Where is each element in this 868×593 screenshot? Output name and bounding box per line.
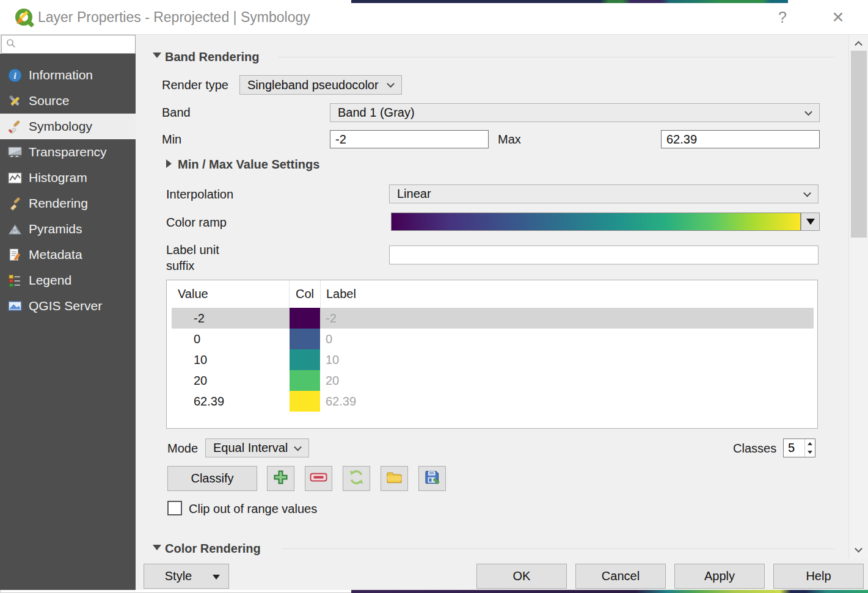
clip-out-of-range-label: Clip out of range values: [189, 502, 317, 516]
sidebar-item-metadata[interactable]: Metadata: [0, 242, 136, 267]
dropdown-arrow-icon: [806, 219, 815, 225]
table-row[interactable]: 10 10: [167, 349, 817, 370]
dropdown-arrow-icon: [213, 575, 220, 580]
render-type-label: Render type: [162, 78, 228, 92]
sidebar-item-information[interactable]: i Information: [0, 62, 136, 88]
cancel-button[interactable]: Cancel: [575, 564, 666, 589]
classification-table[interactable]: Value Col Label -2 -2 0 0 10 10 20 20 62…: [166, 280, 818, 429]
sidebar-item-symbology[interactable]: Symbology: [0, 114, 136, 139]
collapse-color-rendering-icon[interactable]: [153, 545, 161, 550]
search-input[interactable]: [20, 39, 129, 50]
sidebar-item-source[interactable]: Source: [0, 88, 136, 114]
sidebar-item-legend[interactable]: Legend: [0, 267, 136, 293]
classes-spinner[interactable]: 5: [783, 438, 815, 457]
classes-value[interactable]: 5: [784, 439, 804, 457]
row-value[interactable]: 20: [194, 370, 207, 391]
column-divider: [320, 280, 321, 308]
sidebar-item-pyramids[interactable]: Pyramids: [0, 216, 136, 242]
row-color-swatch[interactable]: [290, 391, 320, 412]
row-value[interactable]: 10: [194, 349, 207, 370]
help-button[interactable]: Help: [773, 564, 864, 589]
max-label: Max: [498, 133, 521, 147]
load-default-values-button[interactable]: [343, 466, 370, 491]
mode-select[interactable]: Equal Interval: [205, 438, 309, 457]
interpolation-label: Interpolation: [166, 187, 233, 202]
collapse-minmax-icon[interactable]: [166, 159, 172, 168]
table-row[interactable]: -2 -2: [167, 308, 817, 329]
column-header-label[interactable]: Label: [326, 280, 356, 308]
interpolation-select[interactable]: Linear: [389, 184, 819, 203]
sidebar-search[interactable]: [1, 35, 136, 54]
row-color-swatch[interactable]: [290, 329, 320, 349]
add-plus-icon: [272, 469, 289, 488]
scrollbar-thumb[interactable]: [851, 51, 867, 238]
collapse-band-rendering-icon[interactable]: [153, 53, 161, 58]
mode-label: Mode: [167, 442, 198, 456]
classes-label: Classes: [733, 442, 776, 456]
load-folder-icon: [386, 470, 403, 487]
row-color-swatch[interactable]: [290, 349, 320, 370]
minmax-section-title[interactable]: Min / Max Value Settings: [178, 158, 319, 172]
sidebar-item-label: Information: [29, 68, 93, 82]
chevron-down-icon: [387, 80, 395, 88]
table-row[interactable]: 0 0: [167, 329, 817, 349]
spinner-up-button[interactable]: [805, 439, 815, 448]
style-menu-button[interactable]: Style: [144, 564, 229, 589]
table-row[interactable]: 62.39 62.39: [167, 391, 817, 412]
color-ramp-dropdown-button[interactable]: [801, 213, 820, 231]
mode-value: Equal Interval: [213, 441, 288, 455]
add-value-button[interactable]: [267, 466, 294, 491]
sidebar-nav: i Information Source Symbology Transpare…: [0, 54, 136, 590]
row-label[interactable]: -2: [326, 308, 337, 329]
spinner-down-button[interactable]: [805, 448, 815, 457]
classify-button[interactable]: Classify: [167, 466, 257, 491]
row-color-swatch[interactable]: [290, 370, 320, 391]
render-type-select[interactable]: Singleband pseudocolor: [239, 75, 402, 95]
remove-value-button[interactable]: [305, 466, 332, 491]
min-label: Min: [162, 133, 181, 147]
max-input[interactable]: [661, 130, 820, 148]
row-label[interactable]: 10: [326, 349, 339, 370]
scroll-up-icon[interactable]: [855, 41, 863, 49]
row-label[interactable]: 20: [326, 370, 339, 391]
sidebar-item-rendering[interactable]: Rendering: [0, 191, 136, 216]
search-icon: [6, 38, 16, 51]
ok-button[interactable]: OK: [476, 564, 567, 589]
table-row[interactable]: 20 20: [167, 370, 817, 391]
sidebar-item-transparency[interactable]: Transparency: [0, 139, 136, 165]
clip-out-of-range-checkbox[interactable]: [167, 501, 182, 515]
column-divider: [289, 280, 290, 308]
color-rendering-section-title[interactable]: Color Rendering: [165, 542, 261, 556]
map-canvas-strip-bottom: [351, 590, 868, 593]
sidebar-item-histogram[interactable]: Histogram: [0, 165, 136, 191]
layer-properties-dialog: Layer Properties - Reprojected | Symbolo…: [0, 0, 868, 593]
info-icon: i: [7, 68, 22, 82]
color-ramp-preview[interactable]: [391, 213, 801, 231]
vertical-scrollbar[interactable]: [848, 35, 868, 559]
sidebar-item-label: QGIS Server: [29, 299, 102, 313]
apply-button[interactable]: Apply: [674, 564, 765, 589]
chevron-down-icon: [803, 189, 811, 197]
row-color-swatch[interactable]: [290, 308, 320, 329]
scroll-down-icon[interactable]: [855, 545, 863, 553]
row-value[interactable]: 0: [194, 329, 200, 349]
column-header-color[interactable]: Col: [296, 280, 314, 308]
column-header-value[interactable]: Value: [178, 280, 208, 308]
row-value[interactable]: -2: [194, 308, 205, 329]
band-rendering-section-title[interactable]: Band Rendering: [165, 50, 259, 64]
sidebar-item-qgis-server[interactable]: QGIS Server: [0, 293, 136, 319]
help-titlebar-button[interactable]: ?: [768, 0, 797, 35]
save-disk-icon: [424, 469, 440, 488]
label-unit-suffix-input[interactable]: [389, 246, 819, 264]
min-input[interactable]: [330, 130, 489, 148]
band-select[interactable]: Band 1 (Gray): [330, 103, 820, 122]
row-label[interactable]: 62.39: [326, 391, 356, 412]
close-button[interactable]: ✕: [824, 0, 852, 35]
load-color-map-button[interactable]: [381, 466, 408, 491]
sidebar-item-label: Metadata: [29, 247, 82, 262]
row-label[interactable]: 0: [326, 329, 332, 349]
save-color-map-button[interactable]: [418, 466, 446, 491]
band-value: Band 1 (Gray): [338, 106, 415, 120]
row-value[interactable]: 62.39: [194, 391, 224, 412]
reload-arrows-icon: [348, 469, 365, 488]
